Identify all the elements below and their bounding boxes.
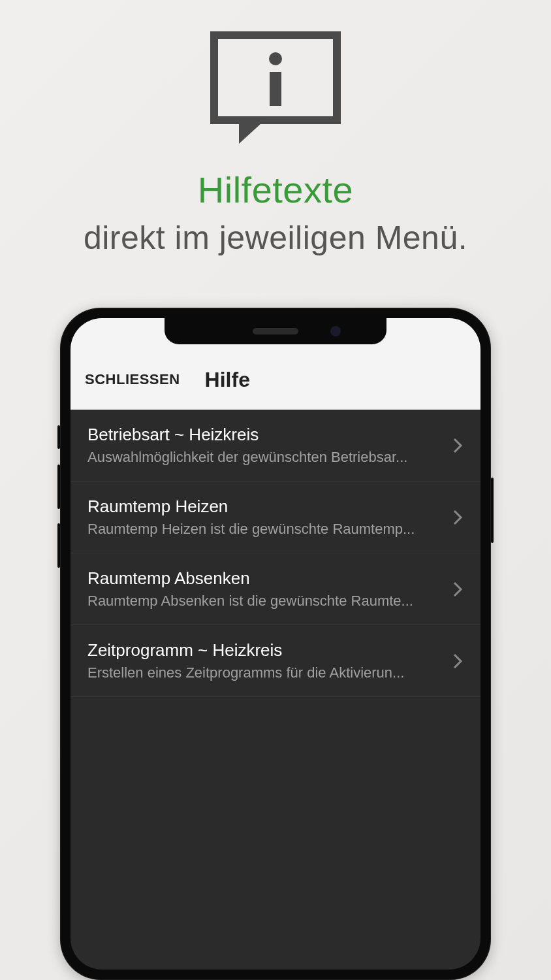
list-item-subtitle: Raumtemp Absenken ist die gewünschte Rau… [87, 593, 444, 610]
list-item-subtitle: Erstellen eines Zeitprogramms für die Ak… [87, 664, 444, 681]
list-item[interactable]: Zeitprogramm ~ Heizkreis Erstellen eines… [71, 625, 480, 697]
phone-speaker [253, 328, 298, 335]
list-item-content: Betriebsart ~ Heizkreis Auswahlmöglichke… [87, 425, 452, 466]
list-item-title: Zeitprogramm ~ Heizkreis [87, 640, 444, 661]
chevron-right-icon [452, 436, 464, 455]
list-item-title: Raumtemp Heizen [87, 497, 444, 517]
list-item-subtitle: Raumtemp Heizen ist die gewünschte Raumt… [87, 521, 444, 538]
phone-side-button [57, 523, 60, 568]
phone-screen: SCHLIESSEN Hilfe Betriebsart ~ Heizkreis… [71, 318, 480, 970]
phone-camera [330, 326, 341, 336]
page-title: Hilfe [205, 368, 250, 392]
hero-subtitle: direkt im jeweiligen Menü. [84, 219, 467, 257]
list-item-subtitle: Auswahlmöglichkeit der gewünschten Betri… [87, 449, 444, 466]
list-item-content: Raumtemp Absenken Raumtemp Absenken ist … [87, 568, 452, 610]
list-item[interactable]: Betriebsart ~ Heizkreis Auswahlmöglichke… [71, 410, 480, 482]
list-item[interactable]: Raumtemp Heizen Raumtemp Heizen ist die … [71, 482, 480, 553]
list-item-title: Raumtemp Absenken [87, 568, 444, 589]
phone-frame: SCHLIESSEN Hilfe Betriebsart ~ Heizkreis… [60, 308, 491, 980]
phone-notch [165, 318, 386, 344]
chevron-right-icon [452, 652, 464, 670]
phone-side-button [57, 425, 60, 449]
svg-rect-3 [270, 72, 281, 106]
chevron-right-icon [452, 580, 464, 598]
list-item-content: Zeitprogramm ~ Heizkreis Erstellen eines… [87, 640, 452, 681]
phone-side-button [57, 465, 60, 509]
chevron-right-icon [452, 508, 464, 527]
close-button[interactable]: SCHLIESSEN [85, 371, 180, 388]
list-item[interactable]: Raumtemp Absenken Raumtemp Absenken ist … [71, 553, 480, 625]
svg-point-2 [269, 52, 282, 65]
help-list: Betriebsart ~ Heizkreis Auswahlmöglichke… [71, 410, 480, 697]
list-item-content: Raumtemp Heizen Raumtemp Heizen ist die … [87, 497, 452, 538]
hero-title: Hilfetexte [198, 169, 353, 211]
info-speech-bubble-icon [210, 31, 341, 150]
phone-side-button [491, 478, 494, 543]
list-item-title: Betriebsart ~ Heizkreis [87, 425, 444, 445]
